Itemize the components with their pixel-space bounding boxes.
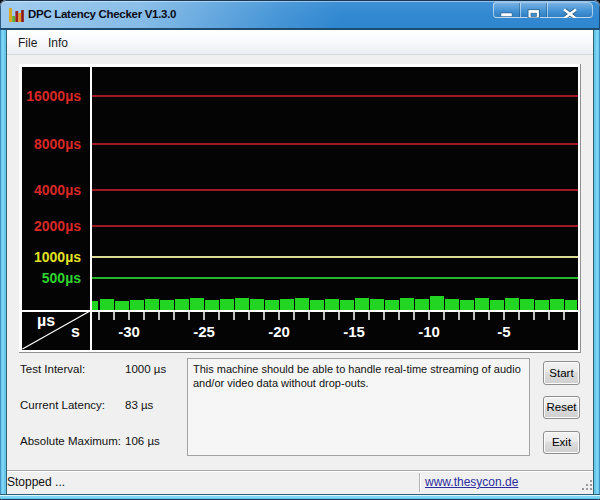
svg-text:-10: -10	[418, 323, 440, 340]
svg-text:-25: -25	[193, 323, 215, 340]
svg-text:1000µs: 1000µs	[34, 249, 81, 265]
svg-text:2000µs: 2000µs	[34, 218, 81, 234]
svg-text:µs: µs	[37, 312, 55, 329]
svg-text:-30: -30	[118, 323, 140, 340]
svg-text:500µs: 500µs	[42, 270, 81, 286]
svg-text:-5: -5	[497, 323, 510, 340]
svg-text:s: s	[71, 323, 80, 340]
svg-text:4000µs: 4000µs	[34, 182, 81, 198]
svg-text:16000µs: 16000µs	[26, 88, 81, 104]
svg-text:8000µs: 8000µs	[34, 136, 81, 152]
svg-text:-15: -15	[343, 323, 365, 340]
svg-text:-20: -20	[268, 323, 290, 340]
